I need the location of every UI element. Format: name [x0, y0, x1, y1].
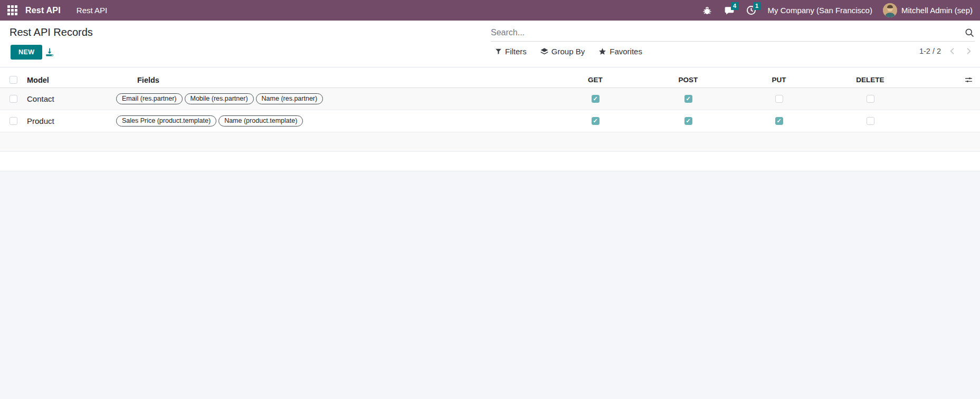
filters-label: Filters: [505, 47, 527, 56]
field-tag[interactable]: Name (product.template): [218, 115, 303, 126]
new-button[interactable]: NEW: [11, 45, 42, 60]
put-checkbox[interactable]: [775, 117, 783, 125]
list-header-row: Model Fields GET POST PUT DELETE: [0, 72, 980, 88]
get-checkbox[interactable]: [592, 117, 600, 125]
top-navbar: Rest API Rest API 4 1 My Company (San Fr…: [0, 0, 980, 21]
post-checkbox[interactable]: [684, 117, 692, 125]
favorites-button[interactable]: Favorites: [598, 47, 642, 56]
column-header-delete[interactable]: DELETE: [823, 76, 917, 84]
search-icon[interactable]: [964, 27, 975, 38]
fields-cell: Email (res.partner) Mobile (res.partner)…: [116, 93, 549, 104]
row-select-checkbox[interactable]: [9, 117, 17, 125]
table-row[interactable]: Product Sales Price (product.template) N…: [0, 110, 980, 132]
put-checkbox[interactable]: [775, 95, 783, 103]
activities-clock-icon[interactable]: 1: [746, 5, 757, 16]
column-header-get[interactable]: GET: [549, 76, 642, 84]
row-select-checkbox[interactable]: [9, 95, 17, 103]
group-by-layers-icon: [540, 47, 548, 55]
column-header-model[interactable]: Model: [21, 76, 116, 84]
column-header-fields[interactable]: Fields: [116, 76, 549, 84]
post-checkbox[interactable]: [684, 95, 692, 103]
user-name: Mitchell Admin (sep): [901, 6, 973, 15]
empty-row: [0, 152, 980, 171]
control-panel: Rest API Records NEW Filters: [0, 21, 980, 67]
empty-row: [0, 132, 980, 152]
list-view: Model Fields GET POST PUT DELETE Contact…: [0, 67, 980, 171]
search-input[interactable]: [491, 28, 964, 37]
field-tag[interactable]: Email (res.partner): [116, 93, 183, 104]
favorites-label: Favorites: [610, 47, 642, 56]
messages-badge: 4: [731, 2, 739, 10]
group-by-label: Group By: [551, 47, 585, 56]
messages-icon[interactable]: 4: [724, 5, 735, 16]
export-download-icon[interactable]: [44, 47, 55, 57]
user-menu[interactable]: Mitchell Admin (sep): [883, 3, 973, 17]
model-cell[interactable]: Contact: [21, 94, 116, 103]
page-background: [0, 171, 980, 399]
group-by-button[interactable]: Group By: [540, 47, 585, 56]
apps-menu-icon[interactable]: [7, 5, 17, 15]
menu-rest-api[interactable]: Rest API: [77, 6, 107, 15]
column-header-put[interactable]: PUT: [735, 76, 823, 84]
app-brand[interactable]: Rest API: [25, 6, 61, 15]
search-options: Filters Group By Favorites: [495, 47, 642, 56]
table-row[interactable]: Contact Email (res.partner) Mobile (res.…: [0, 88, 980, 110]
fields-cell: Sales Price (product.template) Name (pro…: [116, 115, 549, 126]
debug-bug-icon[interactable]: [701, 5, 713, 16]
field-tag[interactable]: Name (res.partner): [256, 93, 324, 104]
favorites-star-icon: [598, 47, 606, 55]
user-avatar: [883, 3, 897, 17]
field-tag[interactable]: Mobile (res.partner): [185, 93, 254, 104]
filter-funnel-icon: [495, 48, 502, 55]
get-checkbox[interactable]: [592, 95, 600, 103]
model-cell[interactable]: Product: [21, 116, 116, 125]
pager-previous-icon[interactable]: [948, 47, 957, 55]
search-bar[interactable]: [491, 24, 975, 42]
field-tag[interactable]: Sales Price (product.template): [116, 115, 216, 126]
column-header-post[interactable]: POST: [642, 76, 735, 84]
page-title: Rest API Records: [9, 26, 93, 38]
pager: 1-2 / 2: [919, 47, 973, 55]
delete-checkbox[interactable]: [867, 95, 874, 103]
company-switcher[interactable]: My Company (San Francisco): [768, 6, 872, 15]
activities-badge: 1: [753, 2, 761, 10]
pager-next-icon[interactable]: [964, 47, 973, 55]
pager-range: 1-2 / 2: [919, 47, 941, 55]
filters-button[interactable]: Filters: [495, 47, 527, 56]
optional-columns-icon[interactable]: [964, 75, 973, 84]
delete-checkbox[interactable]: [867, 117, 874, 125]
select-all-checkbox[interactable]: [9, 76, 17, 84]
